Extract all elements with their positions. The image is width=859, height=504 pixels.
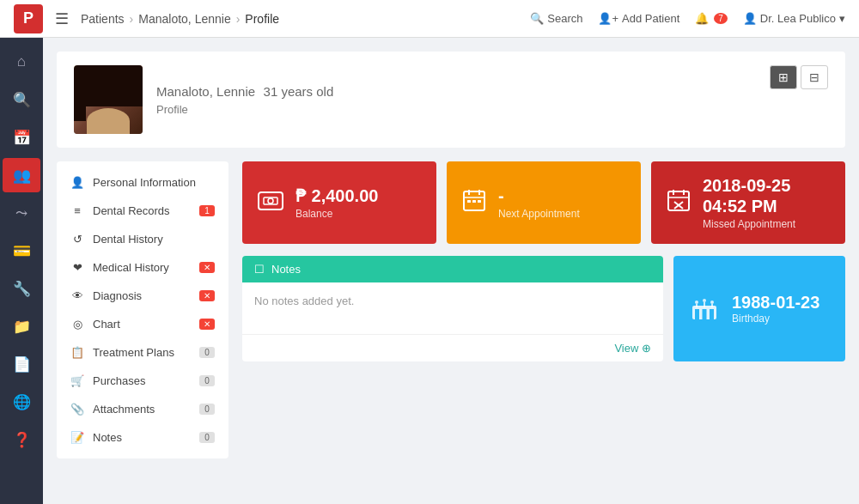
body-wrap: ⌂ 🔍 📅 👥 ⤳ 💳 🔧 📁 📄 🌐 ❓ Manaloto, Lennie 3 (0, 38, 859, 504)
nav-item-purchases[interactable]: 🛒 Purchases 0 (57, 367, 228, 395)
nav-item-diagnosis[interactable]: 👁 Diagnosis ✕ (57, 282, 228, 310)
view-toggle: ⊞ ⊟ (770, 65, 828, 89)
search-button[interactable]: 🔍 Search (530, 12, 582, 25)
bell-button[interactable]: 🔔 7 (695, 12, 728, 25)
arrow-icon: ⊕ (642, 342, 651, 355)
hamburger-menu[interactable]: ☰ (52, 6, 72, 32)
search-icon: 🔍 (530, 12, 544, 25)
breadcrumb-sep1: › (130, 12, 134, 26)
patient-subtitle: Profile (156, 103, 828, 116)
svg-point-2 (268, 198, 273, 203)
svg-rect-0 (259, 192, 283, 209)
sidebar-item-payments[interactable]: 💳 (3, 234, 40, 268)
right-content: ₱ 2,400.00 Balance (242, 161, 845, 458)
birthday-value: 1988-01-23 (732, 293, 819, 313)
breadcrumb-sep2: › (236, 12, 241, 26)
paperclip-icon: 📎 (70, 403, 84, 416)
notes-view-button[interactable]: View ⊕ (242, 334, 663, 361)
chevron-down-icon: ▾ (839, 12, 845, 25)
birthday-icon (689, 290, 720, 327)
next-appointment-label: Next Appointment (498, 208, 580, 220)
balance-card: ₱ 2,400.00 Balance (242, 161, 436, 244)
nav-item-notes[interactable]: 📝 Notes 0 (57, 423, 228, 452)
sidebar-item-share[interactable]: ⤳ (3, 196, 40, 230)
notes-header: ☐ Notes (242, 256, 663, 282)
balance-value: ₱ 2,400.00 (295, 185, 378, 206)
svg-rect-18 (703, 309, 707, 319)
missed-icon (667, 188, 691, 218)
sidebar-item-patients[interactable]: 👥 (3, 158, 40, 192)
nav-label-notes: Notes (93, 431, 122, 444)
patient-header-card: Manaloto, Lennie 31 years old Profile ⊞ … (57, 52, 845, 148)
breadcrumb-patients[interactable]: Patients (81, 12, 125, 26)
doctor-icon: 👤 (743, 12, 757, 25)
left-nav: 👤 Personal Information ≡ Dental Records … (57, 161, 228, 458)
nav-item-chart[interactable]: ◎ Chart ✕ (57, 310, 228, 338)
svg-rect-17 (695, 309, 699, 319)
patient-info: Manaloto, Lennie 31 years old Profile (156, 83, 828, 116)
treatment-plans-badge: 0 (199, 347, 215, 358)
sidebar-item-folder[interactable]: 📁 (3, 309, 40, 343)
balance-label: Balance (295, 208, 378, 220)
bell-badge: 7 (714, 13, 728, 24)
eye-icon: 👁 (70, 289, 84, 302)
sidebar-item-home[interactable]: ⌂ (3, 45, 40, 79)
person-icon: 👤 (70, 176, 84, 189)
nav-label-medical-history: Medical History (93, 261, 169, 274)
avatar-image (74, 65, 143, 134)
next-appointment-text: - Next Appointment (498, 185, 580, 220)
notes-icon: 📝 (70, 431, 84, 444)
sidebar-item-tools[interactable]: 🔧 (3, 271, 40, 306)
list-view-button[interactable]: ⊟ (801, 65, 828, 89)
notes-view-label: View (614, 342, 638, 355)
dental-records-badge: 1 (199, 205, 215, 216)
bell-icon: 🔔 (695, 12, 709, 25)
breadcrumb-patient-name[interactable]: Manaloto, Lennie (138, 12, 230, 26)
chart-icon: ◎ (70, 318, 84, 331)
add-patient-button[interactable]: 👤+ Add Patient (598, 12, 679, 25)
stat-cards: ₱ 2,400.00 Balance (242, 161, 845, 244)
sidebar: ⌂ 🔍 📅 👥 ⤳ 💳 🔧 📁 📄 🌐 ❓ (0, 38, 43, 504)
notes-badge: 0 (199, 432, 215, 443)
app-logo: P (14, 4, 43, 33)
notes-empty-text: No notes added yet. (254, 295, 354, 307)
nav-label-chart: Chart (93, 318, 120, 331)
sidebar-item-calendar[interactable]: 📅 (3, 120, 40, 155)
doctor-menu[interactable]: 👤 Dr. Lea Publico ▾ (743, 12, 845, 25)
list-icon: ≡ (70, 204, 84, 217)
attachments-badge: 0 (199, 404, 215, 415)
basket-icon: 🛒 (70, 374, 84, 387)
missed-appointment-card: 2018-09-25 04:52 PM Missed Appointment (651, 161, 845, 244)
birthday-text: 1988-01-23 Birthday (732, 293, 819, 325)
purchases-badge: 0 (199, 375, 215, 386)
nav-item-dental-records[interactable]: ≡ Dental Records 1 (57, 197, 228, 225)
birthday-card: 1988-01-23 Birthday (673, 256, 845, 361)
nav-item-medical-history[interactable]: ❤ Medical History ✕ (57, 253, 228, 282)
nav-label-attachments: Attachments (93, 403, 155, 416)
svg-rect-19 (710, 309, 714, 319)
patient-avatar (74, 65, 143, 134)
svg-point-24 (703, 299, 706, 302)
balance-text: ₱ 2,400.00 Balance (295, 185, 378, 220)
sidebar-item-document[interactable]: 📄 (3, 347, 40, 381)
sidebar-item-help[interactable]: ❓ (3, 422, 40, 457)
patient-name: Manaloto, Lennie 31 years old (156, 83, 828, 100)
main-content: Manaloto, Lennie 31 years old Profile ⊞ … (43, 38, 859, 504)
nav-item-attachments[interactable]: 📎 Attachments 0 (57, 395, 228, 423)
grid-view-button[interactable]: ⊞ (770, 65, 797, 89)
breadcrumb-current: Profile (245, 12, 279, 26)
notes-header-label: Notes (271, 263, 301, 276)
medical-history-badge: ✕ (199, 262, 215, 273)
svg-rect-7 (467, 200, 471, 203)
search-label: Search (547, 12, 582, 25)
sidebar-item-globe[interactable]: 🌐 (3, 385, 40, 419)
sidebar-item-search[interactable]: 🔍 (3, 82, 40, 117)
history-icon: ↺ (70, 233, 84, 246)
nav-label-personal-information: Personal Information (93, 176, 196, 189)
nav-item-personal-information[interactable]: 👤 Personal Information (57, 168, 228, 197)
nav-item-treatment-plans[interactable]: 📋 Treatment Plans 0 (57, 338, 228, 367)
nav-item-dental-history[interactable]: ↺ Dental History (57, 225, 228, 253)
missed-appointment-value: 2018-09-25 04:52 PM (703, 175, 830, 216)
bottom-row: ☐ Notes No notes added yet. View ⊕ (242, 256, 845, 361)
topnav-actions: 🔍 Search 👤+ Add Patient 🔔 7 👤 Dr. Lea Pu… (530, 12, 845, 25)
